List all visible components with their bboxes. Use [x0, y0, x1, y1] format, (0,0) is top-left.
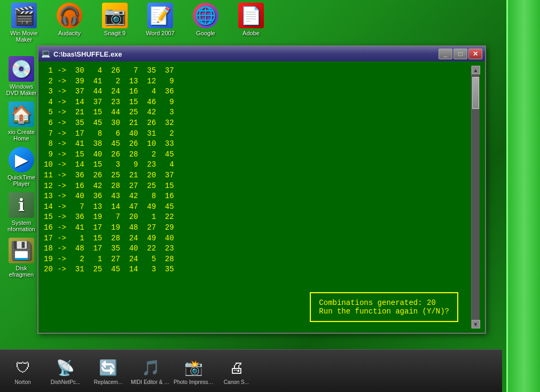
desktop-icon-snagit[interactable]: 📷 Snagit 9: [96, 3, 134, 36]
taskbar-norton[interactable]: 🛡 Norton: [3, 357, 43, 385]
win-movie-maker-label: Win Movie Maker: [5, 30, 43, 43]
adobe-label: Adobe: [242, 30, 260, 36]
desktop-icon-quicktime[interactable]: ▶ QuickTimePlayer: [3, 147, 40, 187]
minimize-button[interactable]: _: [439, 49, 452, 59]
scroll-down-arrow[interactable]: ▼: [472, 320, 480, 328]
taskbar-canon[interactable]: 🖨 Canon S...: [216, 357, 256, 385]
prompt-box: Combinations generated: 20 Run the funct…: [310, 292, 458, 322]
win-movie-maker-icon: 🎬: [11, 3, 37, 28]
norton-label: Norton: [3, 379, 43, 385]
windows-dvd-icon: 💿: [9, 56, 34, 82]
desktop-icon-win-movie-maker[interactable]: 🎬 Win Movie Maker: [5, 3, 43, 43]
snagit-icon: 📷: [102, 3, 128, 28]
google-icon: 🌐: [193, 3, 218, 28]
snagit-label: Snagit 9: [104, 30, 126, 36]
norton-icon: 🛡: [12, 357, 34, 378]
system-label: Systemnformation: [7, 219, 35, 232]
window-title: C:\bas\SHUFFLE.exe: [53, 50, 439, 58]
scroll-up-arrow[interactable]: ▲: [472, 66, 480, 74]
desktop-icon-disk[interactable]: 💾 Diskefragmen: [3, 238, 40, 278]
maximize-button[interactable]: □: [453, 49, 467, 59]
desktop-icon-adobe[interactable]: 📄 Adobe: [232, 3, 270, 36]
quicktime-label: QuickTimePlayer: [7, 174, 35, 187]
audacity-label: Audacity: [58, 30, 81, 36]
dishnetpc-icon: 📡: [55, 357, 76, 378]
disk-label: Diskefragmen: [9, 265, 34, 278]
console-body: 1 -> 30 4 26 7 35 37 2 -> 39 41 2 13 12 …: [38, 61, 485, 333]
console-output: 1 -> 30 4 26 7 35 37 2 -> 39 41 2 13 12 …: [44, 66, 471, 328]
audacity-icon: 🎧: [57, 3, 82, 28]
word-icon: 📝: [147, 3, 173, 28]
dishnetpc-label: DishNetPc...: [45, 379, 85, 385]
taskbar-photo-impression[interactable]: 📸 Photo Impression 5: [174, 357, 214, 385]
window-controls: _ □ ✕: [439, 49, 482, 59]
taskbar-dishnetpc[interactable]: 📡 DishNetPc...: [45, 357, 85, 385]
axio-icon: 🏠: [9, 101, 34, 127]
close-button[interactable]: ✕: [468, 49, 482, 59]
desktop-icon-google[interactable]: 🌐 Google: [187, 3, 224, 36]
canon-label: Canon S...: [216, 379, 256, 385]
canon-icon: 🖨: [226, 357, 247, 378]
desktop-icon-windows-dvd[interactable]: 💿 WindowsDVD Maker: [3, 56, 40, 96]
taskbar: 🛡 Norton 📡 DishNetPc... 🔄 Replacem... 🎵 …: [0, 349, 502, 392]
window-titlebar: 💻 C:\bas\SHUFFLE.exe _ □ ✕: [38, 46, 485, 61]
desktop-icon-audacity[interactable]: 🎧 Audacity: [51, 3, 88, 36]
window-app-icon: 💻: [41, 49, 51, 59]
scrollbar-track[interactable]: [472, 74, 480, 320]
word-label: Word 2007: [146, 30, 175, 36]
google-label: Google: [196, 30, 215, 36]
scrollbar-thumb[interactable]: [472, 77, 479, 109]
photo-impression-icon: 📸: [183, 357, 205, 378]
photo-impression-label: Photo Impression 5: [174, 379, 214, 385]
shuffle-window: 💻 C:\bas\SHUFFLE.exe _ □ ✕ 1 -> 30 4 26 …: [37, 45, 486, 334]
scrollbar[interactable]: ▲ ▼: [471, 66, 480, 328]
desktop-icon-word[interactable]: 📝 Word 2007: [142, 3, 179, 36]
prompt-line2: Run the function again (Y/N)?: [319, 307, 449, 316]
desktop-icon-system[interactable]: ℹ Systemnformation: [3, 192, 40, 232]
top-icon-row: 🎬 Win Movie Maker 🎧 Audacity 📷 Snagit 9 …: [0, 0, 275, 45]
system-icon: ℹ: [9, 192, 34, 218]
quicktime-icon: ▶: [9, 147, 34, 173]
taskbar-midi-editor[interactable]: 🎵 MIDI Editor & Lotto WE...: [131, 357, 171, 385]
desktop-icon-axio[interactable]: 🏠 xio CreateHome: [3, 101, 40, 142]
disk-icon: 💾: [9, 238, 34, 263]
windows-dvd-label: WindowsDVD Maker: [6, 83, 37, 96]
axio-label: xio CreateHome: [8, 129, 35, 142]
left-icon-column: 💿 WindowsDVD Maker 🏠 xio CreateHome ▶ Qu…: [0, 53, 43, 280]
prompt-line1: Combinations generated: 20: [319, 299, 449, 307]
desktop: 🎬 Win Movie Maker 🎧 Audacity 📷 Snagit 9 …: [0, 0, 540, 392]
replacem-label: Replacem...: [88, 379, 128, 385]
taskbar-replacem[interactable]: 🔄 Replacem...: [88, 357, 128, 385]
midi-editor-icon: 🎵: [140, 357, 162, 378]
replacem-icon: 🔄: [98, 357, 119, 378]
adobe-icon: 📄: [238, 3, 264, 28]
midi-editor-label: MIDI Editor & Lotto WE...: [131, 379, 171, 385]
